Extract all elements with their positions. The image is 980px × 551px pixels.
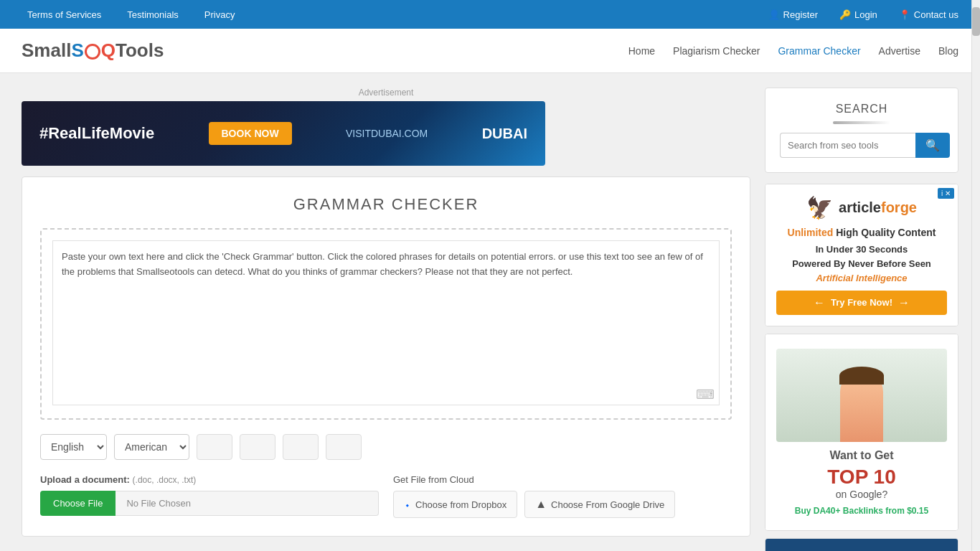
- top-bar-left: Terms of Services Testimonials Privacy: [14, 0, 248, 29]
- nav-home[interactable]: Home: [628, 45, 655, 57]
- backlinks-content: Want to Get TOP 10 on Google? Buy DA40+ …: [765, 334, 958, 530]
- register-icon: 👤: [768, 9, 780, 20]
- main-content: Advertisement #RealLifeMovie BOOK NOW VI…: [22, 88, 750, 551]
- ad-book-btn[interactable]: BOOK NOW: [209, 122, 292, 145]
- on-google-label: on Google?: [776, 489, 947, 500]
- cloud-buttons: ⬩ Choose from Dropbox ▲ Choose From Goog…: [393, 491, 732, 518]
- grammar-textarea[interactable]: Paste your own text here and click the '…: [52, 240, 720, 405]
- terms-link[interactable]: Terms of Services: [14, 0, 114, 29]
- testimonials-link[interactable]: Testimonials: [114, 0, 192, 29]
- cloud-label: Get File from Cloud: [393, 474, 732, 485]
- buy-da-label: Buy DA40+ Backlinks from $0.15: [776, 506, 947, 516]
- gdrive-btn[interactable]: ▲ Choose From Google Drive: [524, 491, 675, 518]
- ad-city: DUBAI: [482, 126, 527, 142]
- text-area-container: Paste your own text here and click the '…: [40, 228, 732, 420]
- ad-banner-image[interactable]: #RealLifeMovie BOOK NOW VISITDUBAI.COM D…: [22, 101, 545, 166]
- left-arrow-icon: ←: [814, 296, 825, 309]
- dialect-select-wrapper: American British Australian: [114, 434, 189, 460]
- upload-file-row: Choose File No File Chosen: [40, 491, 379, 516]
- language-select-wrapper: English French German: [40, 434, 107, 460]
- af-sub2: Powered By Never Before Seen: [776, 258, 947, 269]
- scrollbar[interactable]: [971, 0, 980, 551]
- register-link[interactable]: 👤 Register: [761, 9, 825, 20]
- search-input-row: 🔍: [780, 133, 943, 158]
- search-button[interactable]: 🔍: [915, 133, 950, 158]
- af-ai-line: Artificial Intelligence: [776, 273, 947, 283]
- login-link[interactable]: 🔑 Login: [832, 9, 885, 20]
- ad-hashtag: #RealLifeMovie: [39, 124, 154, 143]
- kenwood-content: KENWOOD REFRIGERATOR with LOW VOLTAGE st…: [765, 539, 958, 551]
- articleforge-ad: i ✕ 🦅 articleforge Unlimited High Qualit…: [765, 184, 958, 326]
- af-headline: Unlimited High Quality Content: [776, 226, 947, 240]
- backlinks-ad: Want to Get TOP 10 on Google? Buy DA40+ …: [765, 334, 958, 531]
- upload-section: Upload a document: (.doc, .docx, .txt) C…: [40, 474, 732, 518]
- dialect-select[interactable]: American British Australian: [115, 435, 189, 459]
- main-nav: Home Plagiarism Checker Grammar Checker …: [628, 45, 958, 57]
- ghost-buttons: [197, 434, 732, 460]
- nav-advertise[interactable]: Advertise: [879, 45, 920, 57]
- sidebar: SEARCH 🔍 i ✕ 🦅 articleforge Unlimite: [765, 88, 958, 551]
- kenwood-ad: KENWOOD REFRIGERATOR with LOW VOLTAGE st…: [765, 538, 958, 551]
- dropbox-icon: ⬩: [404, 498, 411, 511]
- cloud-section: Get File from Cloud ⬩ Choose from Dropbo…: [393, 474, 732, 518]
- ad-badge: i ✕: [938, 188, 954, 199]
- ghost-btn-4: [326, 434, 362, 460]
- ad-domain: VISITDUBAI.COM: [346, 128, 428, 139]
- search-title: SEARCH: [780, 103, 943, 116]
- privacy-link[interactable]: Privacy: [192, 0, 248, 29]
- search-box-container: SEARCH 🔍: [765, 88, 958, 173]
- nav-blog[interactable]: Blog: [938, 45, 958, 57]
- ad-banner: Advertisement #RealLifeMovie BOOK NOW VI…: [22, 88, 750, 166]
- login-icon: 🔑: [839, 9, 851, 20]
- logo[interactable]: SmallSQTools: [22, 39, 164, 62]
- language-select[interactable]: English French German: [41, 435, 106, 459]
- articleforge-content: i ✕ 🦅 articleforge Unlimited High Qualit…: [765, 184, 958, 326]
- af-icon: 🦅: [806, 195, 833, 220]
- ghost-btn-3: [283, 434, 319, 460]
- text-format-icon: ⌨: [696, 387, 715, 402]
- af-brand: articleforge: [839, 199, 917, 216]
- right-arrow-icon: →: [898, 296, 910, 309]
- content-wrapper: Advertisement #RealLifeMovie BOOK NOW VI…: [0, 73, 980, 551]
- ghost-btn-1: [197, 434, 232, 460]
- upload-left: Upload a document: (.doc, .docx, .txt) C…: [40, 474, 379, 516]
- no-file-label: No File Chosen: [116, 491, 379, 516]
- grammar-title: GRAMMAR CHECKER: [40, 195, 732, 214]
- dropbox-btn[interactable]: ⬩ Choose from Dropbox: [393, 491, 517, 518]
- ghost-btn-2: [240, 434, 275, 460]
- af-sub: In Under 30 Seconds: [776, 244, 947, 255]
- ad-label: Advertisement: [22, 88, 750, 98]
- backlinks-person-image: [776, 349, 947, 442]
- top-bar-right: 👤 Register 🔑 Login 📍 Contact us: [761, 9, 966, 20]
- main-header: SmallSQTools Home Plagiarism Checker Gra…: [0, 29, 980, 73]
- nav-grammar[interactable]: Grammar Checker: [778, 45, 860, 57]
- top10-label: TOP 10: [776, 466, 947, 489]
- search-divider: [780, 121, 943, 124]
- scrollbar-thumb[interactable]: [972, 7, 980, 36]
- search-icon: 🔍: [925, 139, 940, 151]
- upload-hint: (.doc, .docx, .txt): [133, 475, 197, 485]
- grammar-section: GRAMMAR CHECKER Paste your own text here…: [22, 176, 750, 537]
- backlinks-text: Want to Get TOP 10 on Google? Buy DA40+ …: [776, 449, 947, 516]
- top-bar: Terms of Services Testimonials Privacy 👤…: [0, 0, 980, 29]
- af-cta-button[interactable]: ← Try Free Now! →: [776, 291, 947, 315]
- nav-plagiarism[interactable]: Plagiarism Checker: [673, 45, 760, 57]
- choose-file-button[interactable]: Choose File: [40, 491, 116, 516]
- gdrive-icon: ▲: [535, 498, 547, 511]
- upload-label: Upload a document: (.doc, .docx, .txt): [40, 474, 379, 485]
- search-input[interactable]: [780, 133, 915, 158]
- location-icon: 📍: [899, 9, 910, 20]
- af-logo: 🦅 articleforge: [776, 195, 947, 220]
- search-divider-line: [833, 121, 890, 124]
- contact-link[interactable]: 📍 Contact us: [892, 9, 966, 20]
- language-row: English French German American British A…: [40, 434, 732, 460]
